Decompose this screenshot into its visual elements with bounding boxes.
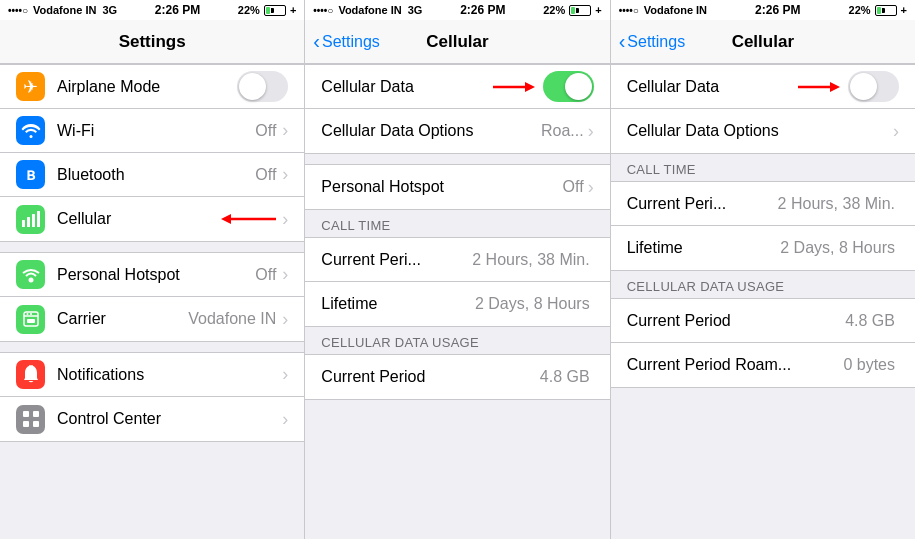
hotspot-value: Off xyxy=(255,266,276,284)
settings-item-airplane[interactable]: ✈ Airplane Mode xyxy=(0,65,304,109)
svg-rect-2 xyxy=(32,214,35,227)
lifetime-label-2: Lifetime xyxy=(321,295,475,313)
battery-percent-3: 22% xyxy=(849,4,871,16)
current-period-2: Current Peri... 2 Hours, 38 Min. xyxy=(305,238,609,282)
cellular-data-options-chevron-3: › xyxy=(893,121,899,142)
battery-tip-3 xyxy=(882,8,885,13)
svg-rect-0 xyxy=(22,220,25,227)
panel-cellular-off: ••••○ Vodafone IN 2:26 PM 22% + ‹ Settin… xyxy=(611,0,915,539)
personal-hotspot-value-2: Off xyxy=(563,178,584,196)
settings-item-wifi[interactable]: Wi-Fi Off › xyxy=(0,109,304,153)
signal-1: ••••○ xyxy=(8,5,28,16)
cellular-data-options-3[interactable]: Cellular Data Options › xyxy=(611,109,915,153)
notifications-label: Notifications xyxy=(57,366,282,384)
svg-point-9 xyxy=(30,313,32,315)
back-button-3[interactable]: ‹ Settings xyxy=(619,30,685,53)
battery-icon-2 xyxy=(569,5,591,16)
call-time-header-3: CALL TIME xyxy=(611,154,915,181)
back-label-3[interactable]: Settings xyxy=(627,33,685,51)
call-time-section-2: CALL TIME Current Peri... 2 Hours, 38 Mi… xyxy=(305,210,609,327)
battery-icon-3 xyxy=(875,5,897,16)
wifi-chevron: › xyxy=(282,120,288,141)
battery-icon-1 xyxy=(264,5,286,16)
battery-tip-1 xyxy=(271,8,274,13)
current-period-data-label-3: Current Period xyxy=(627,312,846,330)
carrier-icon xyxy=(16,305,45,334)
status-left-2: ••••○ Vodafone IN 3G xyxy=(313,4,422,16)
cellular-data-toggle-thumb-off xyxy=(850,73,877,100)
cellular-data-toggle-off[interactable] xyxy=(848,71,899,102)
red-arrow-2 xyxy=(493,80,535,94)
settings-item-hotspot[interactable]: Personal Hotspot Off › xyxy=(0,253,304,297)
time-3: 2:26 PM xyxy=(755,3,800,17)
current-period-roam-label-3: Current Period Roam... xyxy=(627,356,844,374)
call-time-group-3: Current Peri... 2 Hours, 38 Min. Lifetim… xyxy=(611,181,915,271)
back-chevron-3: ‹ xyxy=(619,30,626,53)
svg-rect-14 xyxy=(33,421,39,427)
time-1: 2:26 PM xyxy=(155,3,200,17)
red-arrow-3 xyxy=(798,80,840,94)
nav-title-3: Cellular xyxy=(732,32,794,52)
lifetime-3: Lifetime 2 Days, 8 Hours xyxy=(611,226,915,270)
settings-group-1: ✈ Airplane Mode Wi-Fi xyxy=(0,64,304,242)
time-2: 2:26 PM xyxy=(460,3,505,17)
cellular-data-toggle-on[interactable] xyxy=(543,71,594,102)
control-icon xyxy=(16,405,45,434)
carrier-chevron: › xyxy=(282,309,288,330)
battery-percent-2: 22% xyxy=(543,4,565,16)
hotspot-icon xyxy=(16,260,45,289)
lifetime-value-2: 2 Days, 8 Hours xyxy=(475,295,590,313)
back-label-2[interactable]: Settings xyxy=(322,33,380,51)
current-period-data-value-3: 4.8 GB xyxy=(845,312,895,330)
svg-marker-5 xyxy=(221,214,231,224)
call-time-header-2: CALL TIME xyxy=(305,210,609,237)
cellular-data-item-off[interactable]: Cellular Data xyxy=(611,65,915,109)
settings-item-cellular[interactable]: Cellular › xyxy=(0,197,304,241)
carrier-1: Vodafone IN xyxy=(33,4,96,16)
current-period-data-value-2: 4.8 GB xyxy=(540,368,590,386)
panel-cellular-on: ••••○ Vodafone IN 3G 2:26 PM 22% + ‹ Set… xyxy=(305,0,610,539)
lifetime-label-3: Lifetime xyxy=(627,239,781,257)
cellular-red-arrow xyxy=(221,211,276,227)
bluetooth-label: Bluetooth xyxy=(57,166,255,184)
current-period-label-3: Current Peri... xyxy=(627,195,778,213)
cellular-data-controls-off xyxy=(798,71,899,102)
personal-hotspot-label-2: Personal Hotspot xyxy=(321,178,562,196)
airplane-toggle[interactable] xyxy=(237,71,288,102)
status-right-1: 22% + xyxy=(238,4,296,16)
cellular-data-label-3: Cellular Data xyxy=(627,78,798,96)
settings-item-control[interactable]: Control Center › xyxy=(0,397,304,441)
settings-item-bluetooth[interactable]: ʙ Bluetooth Off › xyxy=(0,153,304,197)
cellular-icon xyxy=(16,205,45,234)
cellular-data-toggle-thumb-on xyxy=(565,73,592,100)
settings-item-carrier[interactable]: Carrier Vodafone IN › xyxy=(0,297,304,341)
cellular-data-options-label-2: Cellular Data Options xyxy=(321,122,541,140)
svg-rect-12 xyxy=(33,411,39,417)
wifi-icon xyxy=(16,116,45,145)
cellular-data-options-2[interactable]: Cellular Data Options Roa... › xyxy=(305,109,609,153)
control-chevron: › xyxy=(282,409,288,430)
svg-rect-3 xyxy=(37,211,40,227)
personal-hotspot-2[interactable]: Personal Hotspot Off › xyxy=(305,165,609,209)
nav-bar-2: ‹ Settings Cellular xyxy=(305,20,609,64)
nav-bar-1: Settings xyxy=(0,20,304,64)
hotspot-chevron: › xyxy=(282,264,288,285)
charging-icon-3: + xyxy=(901,4,907,16)
cellular-data-label-2: Cellular Data xyxy=(321,78,492,96)
svg-point-6 xyxy=(28,277,33,282)
cellular-label: Cellular xyxy=(57,210,221,228)
bluetooth-chevron: › xyxy=(282,164,288,185)
back-button-2[interactable]: ‹ Settings xyxy=(313,30,379,53)
battery-fill-1 xyxy=(266,7,270,14)
personal-hotspot-chevron-2: › xyxy=(588,177,594,198)
svg-marker-18 xyxy=(830,82,840,92)
carrier-value: Vodafone IN xyxy=(188,310,276,328)
current-period-3: Current Peri... 2 Hours, 38 Min. xyxy=(611,182,915,226)
panel2-group2: Personal Hotspot Off › xyxy=(305,164,609,210)
settings-item-notifications[interactable]: Notifications › xyxy=(0,353,304,397)
current-period-value-3: 2 Hours, 38 Min. xyxy=(778,195,895,213)
battery-fill-2 xyxy=(571,7,575,14)
current-period-label-2: Current Peri... xyxy=(321,251,472,269)
settings-group-3: Notifications › Control Center › xyxy=(0,352,304,442)
cellular-data-item-on[interactable]: Cellular Data xyxy=(305,65,609,109)
